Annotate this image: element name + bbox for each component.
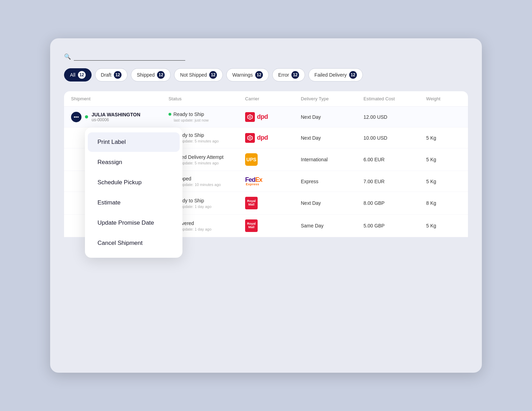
context-menu-item-cancel-shipment[interactable]: Cancel Shipment — [88, 233, 180, 253]
status-cell: Ready to Ship last update: just now — [169, 111, 245, 122]
header-carrier: Carrier — [245, 96, 301, 101]
delivery-type: Same Day — [301, 223, 363, 228]
carrier-cell: FedEx Express — [245, 177, 301, 186]
table-row[interactable]: ••• JULIA WASHINGTON us-00006 Ready to S… — [64, 107, 468, 127]
search-row: 🔍 — [64, 52, 468, 61]
estimated-cost: 7.00 EUR — [363, 179, 426, 184]
tab-error[interactable]: Error12 — [272, 68, 305, 82]
tab-badge: 12 — [209, 71, 217, 79]
tab-badge: 12 — [255, 71, 263, 79]
table-header: ShipmentStatusCarrierDelivery TypeEstima… — [64, 91, 468, 107]
royalmail-carrier-logo: RoyalMail — [245, 197, 258, 209]
weight: 8 Kg — [426, 200, 461, 206]
ups-carrier-logo: UPS — [245, 153, 258, 166]
status-update: last update: just now — [174, 118, 245, 122]
status-label: Ready to Ship — [169, 111, 245, 117]
weight: 5 Kg — [426, 179, 461, 184]
tab-draft[interactable]: Draft12 — [95, 68, 127, 82]
context-menu-item-update-promise-date[interactable]: Update Promise Date — [88, 213, 180, 233]
shipment-cell: ••• JULIA WASHINGTON us-00006 — [71, 112, 169, 122]
context-menu: Print LabelReassignSchedule PickupEstima… — [85, 127, 182, 258]
tab-not-shipped[interactable]: Not Shipped12 — [174, 68, 223, 82]
shipment-name: JULIA WASHINGTON — [92, 112, 140, 117]
delivery-type: Next Day — [301, 114, 363, 120]
context-menu-item-reassign[interactable]: Reassign — [88, 153, 180, 172]
context-menu-item-print-label[interactable]: Print Label — [88, 132, 180, 152]
status-dot — [85, 115, 88, 118]
context-menu-item-schedule-pickup[interactable]: Schedule Pickup — [88, 173, 180, 192]
tab-badge: 12 — [78, 71, 86, 79]
filter-tabs: All12Draft12Shipped12Not Shipped12Warnin… — [64, 68, 468, 82]
estimated-cost: 8.00 GBP — [363, 200, 426, 206]
tab-label: Not Shipped — [180, 72, 207, 78]
header-estimated-cost: Estimated Cost — [363, 96, 426, 101]
tab-all[interactable]: All12 — [64, 68, 92, 82]
tab-label: Warnings — [232, 72, 253, 78]
table-body: ••• JULIA WASHINGTON us-00006 Ready to S… — [64, 107, 468, 237]
status-text: Ready to Ship — [173, 111, 204, 117]
delivery-type: Next Day — [301, 200, 363, 206]
delivery-type: International — [301, 157, 363, 162]
status-update: last update: 1 day ago — [174, 204, 245, 209]
status-update: last update: 5 minutes ago — [174, 161, 245, 165]
context-menu-item-estimate[interactable]: Estimate — [88, 193, 180, 212]
dpd-text: dpd — [257, 113, 268, 121]
dpd-text: dpd — [257, 134, 268, 141]
header-shipment: Shipment — [71, 96, 169, 101]
header-delivery-type: Delivery Type — [301, 96, 363, 101]
tab-failed-delivery[interactable]: Failed Delivery12 — [308, 68, 363, 82]
royalmail-carrier-logo: RoyalMail — [245, 219, 258, 232]
carrier-cell: dpd — [245, 112, 301, 122]
status-indicator — [169, 113, 171, 116]
header-status: Status — [169, 96, 245, 101]
row-menu-button[interactable]: ••• — [71, 112, 81, 122]
dpd-cube-icon — [245, 133, 255, 143]
tab-warnings[interactable]: Warnings12 — [226, 68, 269, 82]
tab-label: Failed Delivery — [314, 72, 347, 78]
app-container: 🔍 All12Draft12Shipped12Not Shipped12Warn… — [50, 38, 482, 373]
estimated-cost: 5.00 GBP — [363, 223, 426, 228]
carrier-cell: UPS — [245, 153, 301, 166]
tab-badge: 12 — [114, 71, 122, 79]
carrier-cell: RoyalMail — [245, 197, 301, 209]
tab-label: Shipped — [137, 72, 155, 78]
header-weight: Weight — [426, 96, 461, 101]
estimated-cost: 10.00 USD — [363, 135, 426, 141]
tab-badge: 12 — [291, 71, 299, 79]
status-update: last update: 10 minutes ago — [174, 183, 245, 187]
weight: 5 Kg — [426, 223, 461, 228]
search-input[interactable] — [74, 52, 185, 61]
weight: 5 Kg — [426, 157, 461, 162]
dpd-carrier-logo: dpd — [245, 112, 268, 122]
dpd-carrier-logo: dpd — [245, 133, 268, 143]
tab-badge: 12 — [157, 71, 165, 79]
tab-label: Error — [278, 72, 289, 78]
shipment-id: us-00006 — [92, 117, 140, 122]
dpd-cube-icon — [245, 112, 255, 122]
tab-badge: 12 — [349, 71, 357, 79]
table-container: ShipmentStatusCarrierDelivery TypeEstima… — [64, 91, 468, 237]
carrier-cell: dpd — [245, 133, 301, 143]
shipment-info: JULIA WASHINGTON us-00006 — [92, 112, 140, 122]
search-icon: 🔍 — [64, 53, 71, 60]
weight: 5 Kg — [426, 135, 461, 141]
carrier-cell: RoyalMail — [245, 219, 301, 232]
estimated-cost: 12.00 USD — [363, 114, 426, 120]
delivery-type: Next Day — [301, 135, 363, 141]
status-update: last update: 1 day ago — [174, 227, 245, 231]
delivery-type: Express — [301, 179, 363, 184]
estimated-cost: 6.00 EUR — [363, 157, 426, 162]
tab-label: Draft — [101, 72, 111, 78]
tab-label: All — [70, 72, 76, 78]
fedex-carrier-logo: FedEx Express — [245, 177, 262, 186]
status-update: last update: 5 minutes ago — [174, 139, 245, 143]
tab-shipped[interactable]: Shipped12 — [131, 68, 171, 82]
